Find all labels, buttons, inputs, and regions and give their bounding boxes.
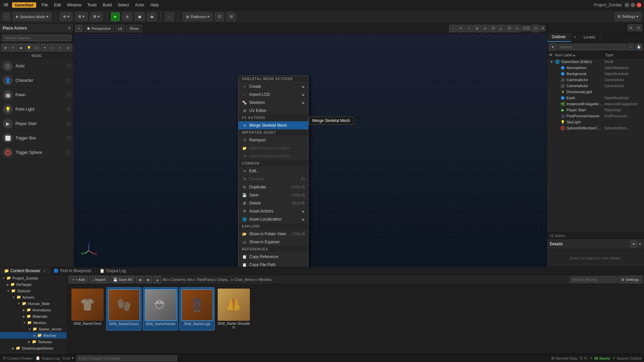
- details-edit-icon[interactable]: ✏: [631, 241, 637, 247]
- tree-item-postprocess[interactable]: ⊡ PostProcessVolume PostProcessVo...: [547, 113, 644, 119]
- actor-item-point-light[interactable]: 💡 Point Light ⓘ: [0, 102, 73, 117]
- ctx-copy-reference[interactable]: 📋 Copy Reference: [238, 253, 308, 261]
- details-close-button[interactable]: ×: [639, 241, 641, 247]
- maximize-button[interactable]: □: [631, 3, 635, 7]
- character-info-icon[interactable]: ⓘ: [67, 78, 71, 83]
- menu-tools[interactable]: Tools: [85, 2, 99, 8]
- close-button[interactable]: ×: [637, 3, 641, 7]
- folder-materials[interactable]: ▶ 📁 Materials: [0, 313, 67, 319]
- actor-item-trigger-box[interactable]: ⬜ Trigger Box ⓘ: [0, 131, 73, 145]
- folder-human-male[interactable]: ▼ 📁 Human_Male: [0, 300, 67, 307]
- point-light-info-icon[interactable]: ⓘ: [67, 107, 71, 112]
- folder-textures[interactable]: ▶ 📁 Textures: [0, 339, 67, 345]
- cb-settings-button[interactable]: ⚙ Settings: [618, 276, 642, 283]
- nav-back-icon[interactable]: ◀: [136, 276, 144, 283]
- folder-armors[interactable]: ▼ 📁 Armors: [0, 294, 67, 300]
- content-drawer-button[interactable]: ⊟ Content Drawer: [3, 356, 33, 360]
- ctx-delete[interactable]: 🗑 Delete DELETE: [238, 199, 308, 207]
- tree-item-camera2[interactable]: 🎥 CameraActor CameraActor: [547, 83, 644, 89]
- trigger-box-info-icon[interactable]: ⓘ: [67, 135, 71, 141]
- selection-mode-button[interactable]: ⬖ Selection Mode ▾: [13, 12, 52, 21]
- scale-icon[interactable]: ⤡: [465, 25, 473, 32]
- viewport[interactable]: ≡ ◉ Perspective Lit Show ↔ ↻ ⤡ ⊞ ⊡ 10 ∠ …: [74, 23, 547, 267]
- grid-size-icon[interactable]: 10: [489, 25, 497, 32]
- translate-icon[interactable]: ↔: [449, 25, 457, 32]
- nav-up-icon[interactable]: ▲: [154, 276, 161, 283]
- play-button[interactable]: ▶: [111, 12, 120, 21]
- tree-item-gamestart[interactable]: ▼ 🌐 GameStart (Editor) World: [547, 59, 644, 65]
- actor-item-pawn[interactable]: 🤖 Pawn ⓘ: [0, 88, 73, 102]
- derived-data-status[interactable]: ⊞ Derived Data: [551, 356, 577, 360]
- console-command-input[interactable]: [76, 355, 177, 361]
- transform-button[interactable]: ⊠ ▾: [90, 12, 103, 21]
- search-meshes-input[interactable]: [570, 277, 617, 283]
- folder-dreamscape[interactable]: ▶ 📁 DreamscapeSeries: [0, 345, 67, 351]
- ctx-show-folder-view[interactable]: 📂 Show in Folder View CTRL+B: [238, 230, 308, 238]
- tree-item-earth[interactable]: 🔷 Earth StaticMeshActor: [547, 95, 644, 101]
- ctx-duplicate[interactable]: ⧉ Duplicate CTRL+D: [238, 183, 308, 191]
- tree-item-foliage[interactable]: 🌿 InstancedFoliageActor InstancedFoliage…: [547, 101, 644, 107]
- actor-item-actor[interactable]: ⬡ Actor ⓘ: [0, 59, 73, 73]
- breadcrumb-thirdparty[interactable]: ThirdParty: [196, 278, 213, 282]
- settings-button[interactable]: ⚙ Settings ▾: [614, 12, 641, 21]
- tab-levels[interactable]: Levels: [579, 33, 600, 42]
- tree-item-camera1[interactable]: 🎥 CameraActor CameraActor: [547, 77, 644, 83]
- menu-build[interactable]: Build: [100, 2, 114, 8]
- folder-starter-armor[interactable]: ▼ 📁 Starter_Armor: [0, 326, 67, 332]
- filter-more-icon[interactable]: ⊡: [65, 44, 71, 51]
- perspective-button[interactable]: ◉ Perspective: [84, 25, 114, 32]
- ctx-uv-editor[interactable]: ⊞ UV Editor: [238, 107, 308, 115]
- add-button[interactable]: + + Add: [69, 276, 88, 283]
- output-log-status-button[interactable]: 📋 Output Log: [36, 356, 60, 360]
- menu-actor[interactable]: Actor: [132, 2, 147, 8]
- actor-info-icon[interactable]: ⓘ: [67, 63, 71, 69]
- folder-stylized[interactable]: ▼ 📁 Stylized: [0, 288, 67, 294]
- place-actors-close-button[interactable]: ×: [68, 25, 71, 31]
- filter-recently-placed-icon[interactable]: ⏱: [10, 44, 16, 51]
- lit-button[interactable]: Lit: [115, 25, 125, 32]
- ctx-edit[interactable]: ✏ Edit...: [238, 167, 308, 175]
- outliner-close-button[interactable]: ×: [571, 33, 579, 42]
- menu-window[interactable]: Window: [64, 2, 84, 8]
- ctx-skeleton[interactable]: 🦴 Skeleton ▶: [238, 99, 308, 107]
- toolbar-home-icon[interactable]: ⌂: [3, 13, 10, 20]
- folder-meshes[interactable]: ▼ 📁 Meshes: [0, 319, 67, 326]
- angle-snap-icon[interactable]: ∠: [497, 25, 505, 32]
- ctx-asset-actions[interactable]: ⚙ Asset Actions ▶: [238, 207, 308, 215]
- pause-button[interactable]: ⏸: [122, 12, 132, 21]
- breadcrumb-content[interactable]: Content: [171, 278, 184, 282]
- import-button[interactable]: ↓ Import: [89, 276, 109, 283]
- asset-skm-starter-chest[interactable]: 👕 SKM_StarterChest: [70, 287, 105, 330]
- pawn-info-icon[interactable]: ⓘ: [67, 92, 71, 98]
- tab-content-browser[interactable]: 📁 Content Browser ×: [0, 267, 50, 275]
- breadcrumb-art[interactable]: Art: [187, 278, 192, 282]
- expand-icon[interactable]: ▼: [550, 60, 554, 64]
- tree-item-directional-light[interactable]: ☀ DirectionalLight: [547, 89, 644, 95]
- asset-skm-starter-gloves[interactable]: 🧤 SKM_StarterGloves: [106, 287, 142, 330]
- tree-item-background[interactable]: 🔷 Background StaticMeshActor: [547, 71, 644, 77]
- asset-skm-starter-shoulders[interactable]: 🦺 SKM_Starter Shoulders: [216, 287, 251, 330]
- eject-button[interactable]: ⏏: [147, 12, 157, 21]
- filter-cinematic-icon[interactable]: 🎥: [33, 44, 40, 51]
- panel-icon-1[interactable]: ⊞: [628, 24, 634, 31]
- menu-help[interactable]: Help: [148, 2, 161, 8]
- breadcrumb-char-armor[interactable]: Char_Armor: [234, 278, 255, 282]
- menu-file[interactable]: File: [39, 2, 51, 8]
- add-actor-button[interactable]: ⊕ ▾: [60, 12, 72, 21]
- nav-forward-icon[interactable]: ▶: [145, 276, 152, 283]
- ctx-merge-skeletal-mesh[interactable]: ⊕ Merge Skeletal Mesh: [238, 121, 308, 129]
- surface-snapping-icon[interactable]: ⊞: [473, 25, 481, 32]
- outliner-save-icon[interactable]: 💾: [635, 44, 642, 50]
- source-control-status[interactable]: ✓ Source Control: [612, 356, 641, 360]
- filter-all2-icon[interactable]: ≡: [57, 44, 63, 51]
- actor-item-character[interactable]: 👤 Character ⓘ: [0, 73, 73, 88]
- platforms-button[interactable]: 🖥 Platforms ▾: [182, 12, 212, 21]
- panel-icon-2[interactable]: ⊟: [635, 24, 642, 31]
- trigger-sphere-info-icon[interactable]: ⓘ: [67, 150, 71, 156]
- tab-output-log[interactable]: 📋 Output Log: [96, 267, 130, 275]
- folder-animations[interactable]: ▶ 📁 Animations: [0, 307, 67, 313]
- tree-item-atmosphere[interactable]: 🔷 Atmosphere StaticMeshActor: [547, 65, 644, 71]
- ctx-save[interactable]: 💾 Save CTRL+S: [238, 191, 308, 199]
- all-saved-status[interactable]: ✓ All Saved: [590, 356, 609, 360]
- outliner-filter-icon[interactable]: ▼: [549, 43, 556, 51]
